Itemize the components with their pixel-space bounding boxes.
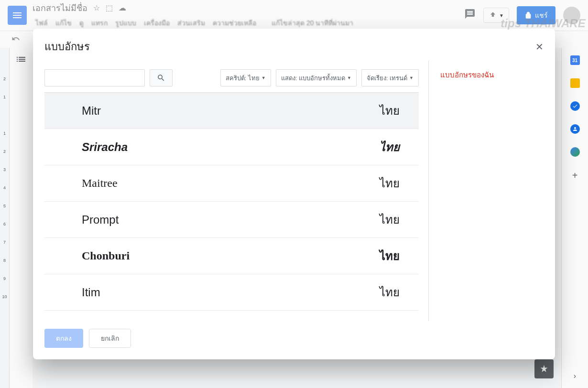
fonts-modal: แบบอักษร ✕ สคริปต์: ไทย▼ แสดง: แบบอักษรท… [33, 29, 555, 359]
font-item[interactable]: Maitree ไทย [44, 165, 419, 202]
close-button[interactable]: ✕ [535, 41, 544, 53]
script-filter-button[interactable]: สคริปต์: ไทย▼ [220, 69, 271, 86]
font-item[interactable]: Sriracha ไทย [44, 129, 419, 165]
modal-overlay: แบบอักษร ✕ สคริปต์: ไทย▼ แสดง: แบบอักษรท… [0, 0, 588, 388]
ok-button[interactable]: ตกลง [44, 329, 83, 348]
chevron-down-icon: ▼ [347, 75, 351, 80]
font-search-input[interactable] [44, 69, 145, 86]
modal-header: แบบอักษร ✕ [33, 29, 555, 61]
font-item[interactable]: Mitr ไทย [44, 93, 419, 129]
chevron-down-icon: ▼ [409, 75, 414, 80]
font-list[interactable]: Mitr ไทย Sriracha ไทย Maitree ไทย Prompt… [44, 92, 419, 321]
modal-title: แบบอักษร [44, 38, 90, 55]
modal-body: สคริปต์: ไทย▼ แสดง: แบบอักษรทั้งหมด▼ จัด… [33, 61, 555, 321]
search-button[interactable] [150, 69, 173, 86]
font-selection-panel: สคริปต์: ไทย▼ แสดง: แบบอักษรทั้งหมด▼ จัด… [44, 61, 429, 321]
my-fonts-panel: แบบอักษรของฉัน [429, 61, 544, 321]
font-filter-controls: สคริปต์: ไทย▼ แสดง: แบบอักษรทั้งหมด▼ จัด… [44, 61, 419, 92]
show-filter-button[interactable]: แสดง: แบบอักษรทั้งหมด▼ [276, 69, 357, 86]
sort-filter-button[interactable]: จัดเรียง: เทรนด์▼ [361, 69, 419, 86]
modal-footer: ตกลง ยกเลิก [33, 321, 555, 359]
font-item[interactable]: Prompt ไทย [44, 202, 419, 238]
font-item[interactable]: Chonburi ไทย [44, 238, 419, 274]
my-fonts-title: แบบอักษรของฉัน [440, 69, 544, 81]
cancel-button[interactable]: ยกเลิก [89, 329, 131, 348]
font-item[interactable]: Itim ไทย [44, 274, 419, 311]
chevron-down-icon: ▼ [261, 75, 266, 80]
